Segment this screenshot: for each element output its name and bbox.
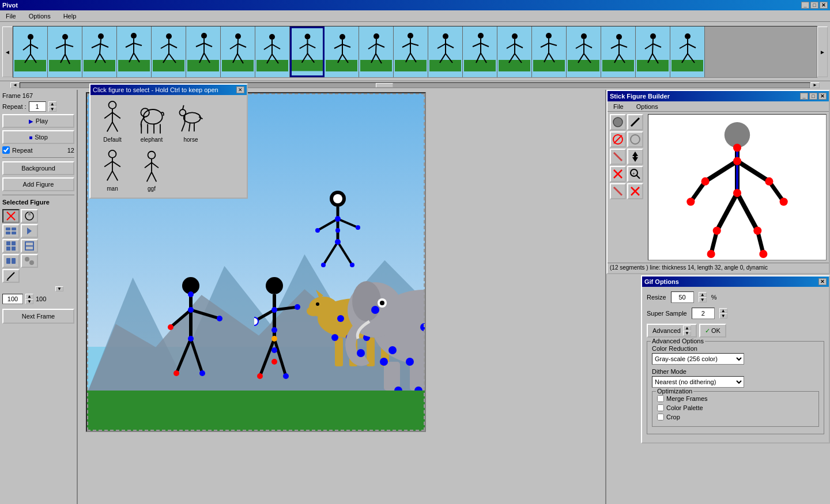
size-up-button[interactable]: ▲ (25, 294, 33, 299)
advanced-up[interactable]: ▲ (683, 325, 691, 331)
sfb-tool-up-down[interactable] (627, 149, 643, 165)
merge-frames-checkbox[interactable] (657, 395, 664, 402)
maximize-button[interactable]: □ (810, 2, 818, 9)
advanced-button[interactable]: Advanced ▲ ▼ (647, 324, 697, 338)
sfb-window: Stick Figure Builder _ □ ✕ File Options (606, 90, 830, 274)
figure-item-elephant[interactable]: elephant (134, 100, 169, 144)
next-frame-button[interactable]: Next Frame (2, 309, 74, 324)
color-reduction-select[interactable]: Gray-scale (256 color) 256 color 128 col… (652, 353, 744, 365)
film-frame[interactable] (428, 26, 463, 77)
film-frame[interactable] (670, 26, 705, 77)
tool-row2-1[interactable] (2, 239, 20, 253)
figure-item-horse[interactable]: horse (173, 100, 208, 144)
menu-file[interactable]: File (2, 12, 20, 21)
close-button[interactable]: ✕ (820, 2, 828, 9)
film-frame[interactable] (359, 26, 394, 77)
super-sample-down[interactable]: ▼ (719, 313, 727, 319)
tool-row2-2[interactable] (21, 239, 38, 253)
sfb-tool-circle[interactable] (610, 114, 626, 130)
menu-options[interactable]: Options (25, 12, 54, 21)
stop-button[interactable]: ■ Stop (2, 130, 74, 144)
tool-pen-button[interactable] (2, 269, 20, 283)
repeat-label: Repeat : (2, 103, 27, 110)
play-button[interactable]: ▶ Play (2, 114, 74, 128)
sfb-tool-zoom[interactable]: + (627, 166, 643, 182)
sfb-tool-delete-red[interactable] (610, 166, 626, 182)
repeat-down-button[interactable]: ▼ (48, 107, 56, 112)
tool-row3-2[interactable] (21, 254, 38, 268)
svg-line-212 (152, 172, 156, 182)
tool-split-button[interactable] (2, 224, 20, 238)
figure-selector-close[interactable]: ✕ (236, 90, 244, 93)
crop-checkbox[interactable] (657, 414, 664, 420)
film-frame[interactable] (221, 26, 255, 77)
film-frame[interactable] (601, 26, 636, 77)
tool-row3-1[interactable] (2, 254, 20, 268)
super-sample-input[interactable] (692, 308, 715, 319)
repeat-input[interactable] (29, 101, 46, 112)
tool-color-button[interactable] (21, 209, 38, 223)
svg-rect-169 (6, 241, 10, 245)
film-frame[interactable] (567, 26, 601, 77)
sfb-menu-options[interactable]: Options (633, 102, 662, 111)
film-frame[interactable] (463, 26, 497, 77)
sfb-close[interactable]: ✕ (818, 93, 827, 100)
dither-mode-select[interactable]: Nearest (no dithering) Ordered Error Dif… (652, 376, 744, 388)
play-label: Play (36, 118, 48, 124)
minimize-button[interactable]: _ (801, 2, 809, 9)
film-frame[interactable] (394, 26, 428, 77)
scrollbar-right-arrow[interactable]: ► (810, 82, 820, 88)
scrollbar-left-arrow[interactable]: ◄ (10, 82, 20, 88)
scrollbar-thumb[interactable] (376, 83, 393, 88)
svg-point-18 (98, 33, 104, 39)
size-down-button[interactable]: ▼ (25, 299, 33, 304)
film-frame[interactable] (325, 26, 359, 77)
resize-input[interactable] (671, 291, 694, 303)
sfb-tool-gray-circle[interactable] (627, 131, 643, 147)
film-frame[interactable] (13, 26, 48, 77)
svg-point-227 (188, 291, 194, 297)
svg-rect-166 (6, 232, 10, 234)
film-frame[interactable] (117, 26, 152, 77)
sfb-tool-line[interactable] (627, 114, 643, 130)
film-frame[interactable] (497, 26, 532, 77)
sfb-tool-delete2[interactable] (627, 183, 643, 199)
repeat-checkbox[interactable] (2, 146, 10, 154)
film-frame[interactable] (255, 26, 290, 77)
size-input-1[interactable] (2, 294, 23, 304)
tool-scroll-down[interactable]: ▼ (55, 286, 63, 291)
tool-delete-button[interactable] (2, 209, 20, 223)
film-frame[interactable] (48, 26, 82, 77)
sfb-menu-file[interactable]: File (610, 102, 627, 111)
svg-point-194 (179, 109, 186, 116)
figure-item-ggf[interactable]: ggf (134, 149, 169, 193)
sfb-tool-diagonal[interactable] (610, 149, 626, 165)
film-frame[interactable] (636, 26, 670, 77)
menu-help[interactable]: Help (60, 12, 80, 21)
filmstrip-scroll-left[interactable]: ◄ (2, 26, 13, 77)
sfb-minimize[interactable]: _ (800, 93, 808, 100)
resize-up[interactable]: ▲ (699, 292, 707, 297)
figure-item-man[interactable]: man (95, 149, 130, 193)
super-sample-up[interactable]: ▲ (719, 308, 727, 313)
sfb-tool-diagonal2[interactable] (610, 183, 626, 199)
sfb-tool-no[interactable] (610, 131, 626, 147)
color-palette-checkbox[interactable] (657, 404, 664, 411)
film-frame-selected[interactable] (290, 26, 325, 77)
film-frame[interactable] (186, 26, 221, 77)
resize-down[interactable]: ▼ (699, 297, 707, 302)
figure-item-default[interactable]: Default (95, 100, 130, 144)
add-figure-button[interactable]: Add Figure (2, 177, 74, 191)
film-frame[interactable] (152, 26, 186, 77)
gif-options-close[interactable]: ✕ (818, 278, 827, 285)
film-frame[interactable] (82, 26, 117, 77)
repeat-up-button[interactable]: ▲ (48, 101, 56, 107)
figure-icon-elephant (137, 101, 166, 135)
advanced-down[interactable]: ▼ (683, 331, 691, 336)
tool-right-button[interactable] (21, 224, 38, 238)
filmstrip-scroll-right[interactable]: ► (817, 26, 828, 77)
sfb-maximize[interactable]: □ (809, 93, 817, 100)
background-button[interactable]: Background (2, 161, 74, 175)
ok-button[interactable]: ✓ OK (699, 324, 726, 338)
film-frame[interactable] (532, 26, 567, 77)
